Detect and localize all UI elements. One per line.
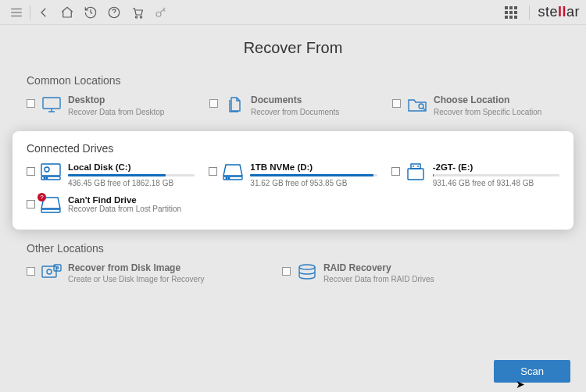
common-item-documents[interactable]: DocumentsRecover from Documents (209, 94, 377, 117)
svg-point-21 (299, 265, 315, 269)
divider (529, 5, 530, 20)
svg-rect-19 (54, 265, 61, 271)
item-title: Recover from Disk Image (68, 262, 266, 275)
cart-icon[interactable] (127, 2, 148, 23)
page-body: Recover From Common Locations DesktopRec… (0, 25, 586, 284)
divider (30, 5, 30, 20)
drive-item-lost-partition[interactable]: ? Can't Find Drive Recover Data from Los… (27, 195, 559, 216)
menu-icon[interactable] (6, 2, 27, 23)
checkbox[interactable] (392, 99, 401, 108)
section-heading-other: Other Locations (27, 242, 559, 255)
checkbox[interactable] (27, 167, 35, 176)
item-sub: Recover Data from Lost Partition (68, 205, 559, 213)
topbar-left (6, 2, 171, 23)
history-icon[interactable] (80, 2, 101, 23)
drive-usage-bar (250, 174, 377, 176)
cursor-icon: ➤ (516, 378, 525, 390)
drive-free-text: 31.62 GB free of 953.85 GB (250, 179, 377, 187)
topbar-right: stellar (501, 2, 580, 23)
svg-point-12 (227, 177, 228, 179)
drive-usage-bar (433, 174, 559, 176)
page-title: Recover From (27, 39, 559, 57)
checkbox[interactable] (209, 167, 217, 176)
lost-drive-icon: ? (40, 195, 63, 216)
checkbox[interactable] (27, 267, 35, 276)
brand-logo: stellar (538, 4, 580, 20)
item-title: Desktop (68, 94, 194, 107)
svg-rect-4 (43, 98, 60, 109)
question-badge: ? (38, 193, 46, 201)
checkbox[interactable] (391, 167, 400, 176)
usb-icon (405, 162, 428, 183)
item-sub: Recover from Documents (251, 107, 377, 117)
drive-item-d[interactable]: 1TB NVMe (D:) 31.62 GB free of 953.85 GB (209, 162, 377, 187)
item-title: Documents (251, 94, 377, 107)
svg-point-18 (47, 269, 52, 274)
svg-point-13 (229, 177, 230, 179)
item-sub: Create or Use Disk Image for Recovery (68, 274, 266, 284)
topbar: stellar (0, 0, 586, 25)
common-item-desktop[interactable]: DesktopRecover Data from Desktop (27, 94, 194, 117)
disk-image-icon (40, 263, 63, 282)
home-icon[interactable] (57, 2, 77, 23)
section-other-locations: Other Locations Recover from Disk ImageC… (27, 242, 559, 285)
drive-title: 1TB NVMe (D:) (250, 162, 377, 172)
desktop-icon (40, 95, 63, 114)
drive-free-text: 436.45 GB free of 1862.18 GB (68, 179, 195, 187)
svg-point-2 (140, 16, 141, 17)
key-icon[interactable] (151, 2, 171, 23)
drive-usage-bar (68, 174, 195, 176)
section-connected-drives: Connected Drives Local Disk (C:) 436.45 … (13, 131, 573, 230)
drive-item-c[interactable]: Local Disk (C:) 436.45 GB free of 1862.1… (27, 162, 195, 187)
svg-point-10 (46, 177, 48, 179)
svg-point-8 (45, 167, 49, 172)
svg-rect-15 (408, 169, 423, 180)
hdd-icon (40, 162, 63, 183)
section-common-locations: Common Locations DesktopRecover Data fro… (27, 74, 559, 117)
item-sub: Recover Data from RAID Drives (323, 274, 522, 284)
item-sub: Recover from Specific Location (434, 107, 559, 117)
checkbox[interactable] (282, 267, 291, 276)
checkbox[interactable] (27, 99, 35, 108)
checkbox[interactable] (209, 99, 218, 108)
other-item-raid[interactable]: RAID RecoveryRecover Data from RAID Driv… (282, 262, 522, 285)
raid-icon (295, 263, 319, 282)
documents-icon (223, 95, 246, 114)
common-item-choose-location[interactable]: Choose LocationRecover from Specific Loc… (392, 94, 559, 117)
scan-button[interactable]: Scan (494, 360, 570, 383)
svg-point-20 (56, 266, 58, 268)
help-icon[interactable] (104, 2, 124, 23)
drive-title: -2GT- (E:) (433, 162, 559, 172)
item-title: Can't Find Drive (68, 195, 559, 205)
svg-point-1 (135, 16, 137, 17)
drive-item-e[interactable]: -2GT- (E:) 931.46 GB free of 931.48 GB (391, 162, 559, 187)
item-sub: Recover Data from Desktop (68, 107, 194, 117)
section-heading-drives: Connected Drives (27, 142, 559, 155)
apps-icon[interactable] (501, 2, 521, 23)
svg-rect-14 (411, 164, 420, 169)
checkbox[interactable] (27, 200, 35, 208)
other-item-disk-image[interactable]: Recover from Disk ImageCreate or Use Dis… (27, 262, 266, 285)
drive-icon (222, 162, 245, 183)
drive-free-text: 931.46 GB free of 931.48 GB (433, 179, 559, 187)
drive-title: Local Disk (C:) (68, 162, 195, 172)
section-heading-common: Common Locations (27, 74, 559, 87)
svg-point-3 (156, 12, 161, 16)
svg-point-9 (44, 177, 45, 179)
item-title: Choose Location (434, 94, 559, 107)
back-icon[interactable] (34, 2, 54, 23)
folder-search-icon (406, 95, 429, 114)
item-title: RAID Recovery (323, 262, 522, 275)
svg-rect-16 (41, 209, 60, 212)
